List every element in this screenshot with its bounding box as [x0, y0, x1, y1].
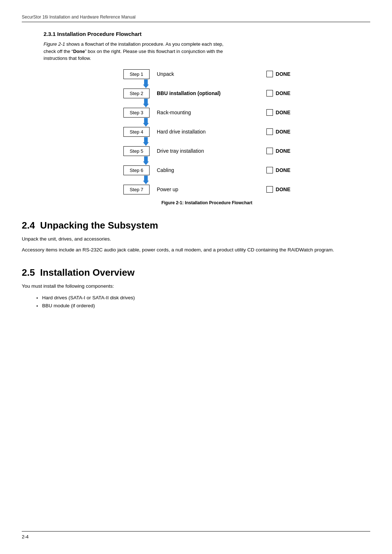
page: SecurStor 16i Installation and Hardware …: [0, 0, 392, 554]
figure-ref: Figure 2-1: [44, 41, 65, 47]
arrow-down-2: [133, 99, 159, 107]
step-label-3: Rack-mounting: [150, 110, 258, 115]
step-box-4: Step 4: [123, 127, 150, 137]
header-text: SecurStor 16i Installation and Hardware …: [22, 15, 136, 20]
step-box-2: Step 2: [123, 89, 150, 98]
step-label-5: Drive tray installation: [150, 148, 258, 154]
footer-rule: [22, 531, 370, 532]
section-25-intro: You must install the following component…: [22, 283, 370, 290]
bullet-item-2: BBU module (if ordered): [36, 302, 370, 310]
done-checkbox-1[interactable]: [266, 71, 273, 77]
done-text-2: DONE: [276, 90, 290, 96]
arrow-down-6: [133, 176, 159, 184]
done-text-6: DONE: [276, 167, 290, 173]
arrow-head-5: [143, 161, 149, 165]
step-box-7: Step 7: [123, 185, 150, 194]
arrow-shaft-2: [144, 99, 148, 104]
section-231: 2.3.1 Installation Procedure Flowchart F…: [44, 31, 370, 205]
arrow-head-1: [143, 85, 149, 88]
done-checkbox-3[interactable]: [266, 109, 273, 116]
arrow-head-2: [143, 104, 149, 107]
done-text-5: DONE: [276, 148, 290, 154]
step-box-5: Step 5: [123, 146, 150, 156]
section-25-bullets: Hard drives (SATA-I or SATA-II disk driv…: [22, 294, 370, 309]
done-text-7: DONE: [276, 186, 290, 192]
done-checkbox-2[interactable]: [266, 90, 273, 97]
done-area-7: DONE: [258, 186, 290, 193]
arrow-head-4: [143, 142, 149, 146]
step-box-6: Step 6: [123, 165, 150, 175]
step-label-6: Cabling: [150, 167, 258, 173]
step-label-7: Power up: [150, 186, 258, 192]
footer-page-number: 2-4: [22, 534, 29, 539]
arrow-row-1: [123, 79, 290, 89]
done-text-1: DONE: [276, 71, 290, 77]
arrow-row-4: [123, 137, 290, 146]
flowchart-row-1: Step 1 Unpack DONE: [123, 69, 290, 79]
done-checkbox-6[interactable]: [266, 167, 273, 173]
flowchart-row-6: Step 6 Cabling DONE: [123, 165, 290, 175]
flowchart-row-7: Step 7 Power up DONE: [123, 185, 290, 194]
step-label-2: BBU installation (optional): [150, 90, 258, 96]
step-box-1: Step 1: [123, 69, 150, 79]
flowchart-row-2: Step 2 BBU installation (optional) DONE: [123, 89, 290, 98]
step-label-4: Hard drive installation: [150, 129, 258, 135]
arrow-shaft-3: [144, 118, 148, 123]
arrow-row-6: [123, 175, 290, 185]
page-footer: 2-4: [22, 531, 370, 539]
arrow-down-3: [133, 118, 159, 127]
flowchart-row-4: Step 4 Hard drive installation DONE: [123, 127, 290, 137]
section-24-para1: Unpack the unit, drives, and accessories…: [22, 235, 370, 243]
done-area-1: DONE: [258, 71, 290, 77]
done-area-5: DONE: [258, 148, 290, 154]
flowchart-row-5: Step 5 Drive tray installation DONE: [123, 146, 290, 156]
bullet-item-1: Hard drives (SATA-I or SATA-II disk driv…: [36, 294, 370, 302]
done-text-4: DONE: [276, 129, 290, 135]
done-area-2: DONE: [258, 90, 290, 97]
flowchart: Step 1 Unpack DONE Step 2 BBU installati…: [123, 69, 290, 194]
section-25-title: 2.5 Installation Overview: [22, 267, 370, 278]
arrow-shaft-6: [144, 176, 148, 181]
flowchart-row-3: Step 3 Rack-mounting DONE: [123, 108, 290, 118]
section-24-title: 2.4 Unpacking the Subsystem: [22, 220, 370, 231]
done-checkbox-4[interactable]: [266, 128, 273, 135]
done-area-6: DONE: [258, 167, 290, 173]
section-24: 2.4 Unpacking the Subsystem Unpack the u…: [22, 220, 370, 254]
done-text-3: DONE: [276, 110, 290, 115]
arrow-shaft-4: [144, 137, 148, 142]
section-24-para2: Accessory items include an RS-232C audio…: [22, 246, 370, 254]
arrow-shaft-1: [144, 79, 148, 85]
done-area-3: DONE: [258, 109, 290, 116]
done-checkbox-5[interactable]: [266, 148, 273, 154]
arrow-head-6: [143, 181, 149, 184]
done-area-4: DONE: [258, 128, 290, 135]
figure-caption: Figure 2-1: Installation Procedure Flowc…: [44, 200, 370, 205]
page-header: SecurStor 16i Installation and Hardware …: [22, 15, 370, 22]
arrow-down-5: [133, 156, 159, 165]
section-231-intro: Figure 2-1 shows a flowchart of the inst…: [44, 41, 232, 62]
step-label-1: Unpack: [150, 71, 258, 77]
section-231-title: 2.3.1 Installation Procedure Flowchart: [44, 31, 370, 37]
arrow-head-3: [143, 123, 149, 127]
arrow-row-2: [123, 98, 290, 108]
arrow-down-1: [133, 79, 159, 88]
section-25: 2.5 Installation Overview You must insta…: [22, 267, 370, 309]
arrow-row-5: [123, 156, 290, 165]
done-checkbox-7[interactable]: [266, 186, 273, 193]
step-box-3: Step 3: [123, 108, 150, 118]
arrow-shaft-5: [144, 156, 148, 161]
arrow-down-4: [133, 137, 159, 146]
arrow-row-3: [123, 118, 290, 127]
